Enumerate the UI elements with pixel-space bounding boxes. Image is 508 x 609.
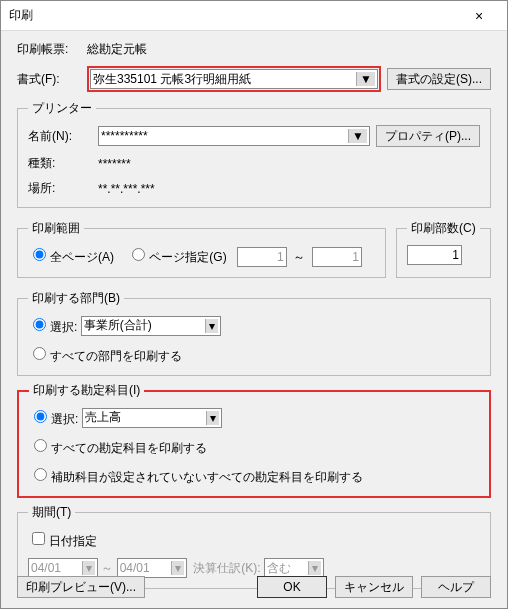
period-date-check[interactable]: 日付指定 [28,529,97,550]
adjustment-select: 含む▾ [264,558,324,578]
period-from-input: 04/01▾ [28,558,98,578]
account-all-radio[interactable]: すべての勘定科目を印刷する [29,436,207,457]
printer-name-label: 名前(N): [28,128,98,145]
range-all-radio[interactable]: 全ページ(A) [28,250,114,264]
account-legend: 印刷する勘定科目(I) [29,382,144,399]
dept-select-radio[interactable]: 選択: [28,315,77,336]
account-noaux-radio[interactable]: 補助科目が設定されていないすべての勘定科目を印刷する [29,470,363,484]
window-title: 印刷 [9,7,459,24]
range-from-input[interactable]: 1 [237,247,287,267]
range-legend: 印刷範囲 [28,220,84,237]
printer-name-select[interactable]: ********** ▼ [98,126,370,146]
account-select[interactable]: 売上高 ▾ [82,408,222,428]
printer-type-label: 種類: [28,155,98,172]
dept-all-radio[interactable]: すべての部門を印刷する [28,349,182,363]
cancel-button[interactable]: キャンセル [335,576,413,598]
range-group: 印刷範囲 全ページ(A) ページ指定(G) 1 ～ 1 [17,220,386,278]
printer-legend: プリンター [28,100,96,117]
period-legend: 期間(T) [28,504,75,521]
dept-legend: 印刷する部門(B) [28,290,124,307]
report-label: 印刷帳票: [17,41,87,58]
printer-location-value: **.**.***.*** [98,182,155,196]
print-preview-button[interactable]: 印刷プレビュー(V)... [17,576,145,598]
copies-legend: 印刷部数(C) [407,220,480,237]
format-label: 書式(F): [17,71,87,88]
period-to-input: 04/01▾ [117,558,187,578]
printer-properties-button[interactable]: プロパティ(P)... [376,125,480,147]
ok-button[interactable]: OK [257,576,327,598]
dept-select[interactable]: 事業所(合計) ▾ [81,316,221,336]
account-select-radio[interactable]: 選択: [29,407,78,428]
format-select-value: 弥生335101 元帳3行明細用紙 [93,71,251,88]
range-pages-radio[interactable]: ページ指定(G) [127,250,226,264]
adjustment-label: 決算仕訳(K): [193,560,260,577]
format-settings-button[interactable]: 書式の設定(S)... [387,68,491,90]
chevron-down-icon: ▼ [348,129,367,143]
chevron-down-icon: ▼ [356,72,375,86]
printer-group: プリンター 名前(N): ********** ▼ プロパティ(P)... 種類… [17,100,491,208]
printer-type-value: ******* [98,157,131,171]
copies-input[interactable]: 1 [407,245,462,265]
dept-group: 印刷する部門(B) 選択: 事業所(合計) ▾ すべての部門を印刷する [17,290,491,376]
copies-group: 印刷部数(C) 1 [396,220,491,278]
chevron-down-icon: ▾ [206,411,219,425]
account-group: 印刷する勘定科目(I) 選択: 売上高 ▾ すべての勘定科目を印刷する 補助科目… [17,382,491,498]
help-button[interactable]: ヘルプ [421,576,491,598]
report-value: 総勘定元帳 [87,41,147,58]
chevron-down-icon: ▾ [205,319,218,333]
printer-location-label: 場所: [28,180,98,197]
format-select[interactable]: 弥生335101 元帳3行明細用紙 ▼ [90,69,378,89]
range-to-input[interactable]: 1 [312,247,362,267]
close-icon[interactable]: × [459,8,499,24]
